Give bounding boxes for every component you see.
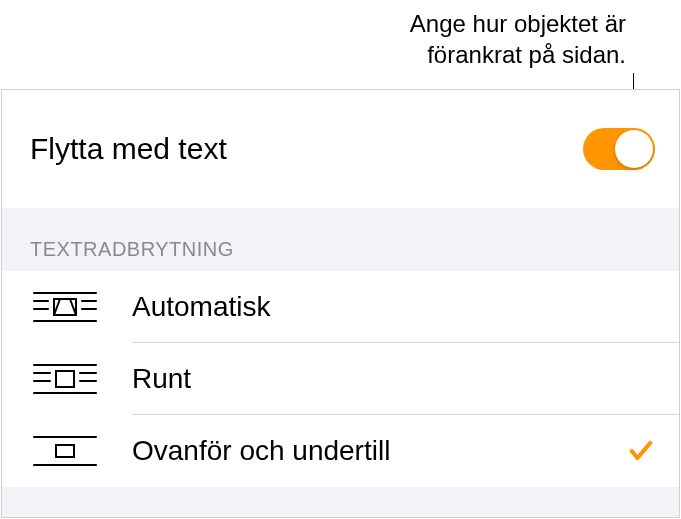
svg-rect-9 — [56, 371, 74, 387]
callout-line-2: förankrat på sidan. — [427, 41, 626, 68]
wrap-option-above-below[interactable]: Ovanför och undertill — [2, 415, 679, 487]
wrap-auto-icon — [30, 289, 100, 325]
wrap-option-label: Runt — [132, 363, 655, 395]
move-with-text-toggle[interactable] — [583, 128, 655, 170]
move-with-text-label: Flytta med text — [30, 132, 227, 166]
move-with-text-row: Flytta med text — [2, 90, 679, 208]
wrap-around-icon — [30, 361, 100, 397]
toggle-knob — [615, 130, 653, 168]
callout-line-1: Ange hur objektet är — [410, 10, 626, 37]
wrap-above-below-icon — [30, 433, 100, 469]
svg-rect-16 — [56, 445, 74, 457]
text-wrap-section-header: TEXTRADBRYTNING — [2, 208, 679, 271]
arrange-panel: Flytta med text TEXTRADBRYTNING — [1, 89, 680, 518]
wrap-option-label: Ovanför och undertill — [132, 435, 627, 467]
callout-text: Ange hur objektet är förankrat på sidan. — [410, 8, 626, 70]
wrap-option-around[interactable]: Runt — [2, 343, 679, 415]
wrap-option-label: Automatisk — [132, 291, 655, 323]
wrap-option-automatic[interactable]: Automatisk — [2, 271, 679, 343]
text-wrap-list: Automatisk Runt — [2, 271, 679, 487]
checkmark-icon — [627, 437, 655, 465]
